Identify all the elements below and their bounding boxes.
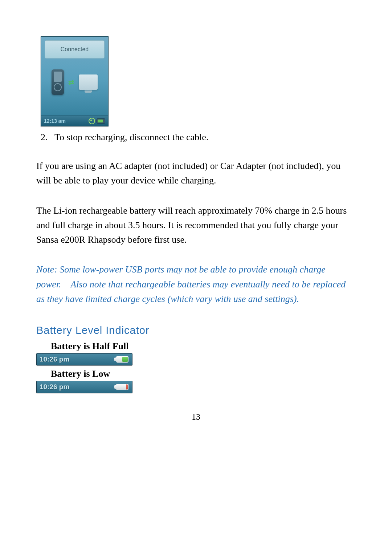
device-header-bar: Connected [45, 40, 105, 58]
list-number: 2. [41, 130, 54, 144]
document-page: Connected ⇄ 12:13 am 2. To stop rechargi… [0, 0, 392, 422]
status-bar-half: 10:26 pm [36, 353, 132, 366]
device-time: 12:13 am [44, 118, 66, 124]
status-time-low: 10:26 pm [40, 383, 69, 391]
sync-status-icon [89, 118, 95, 124]
status-bar-low: 10:26 pm [36, 381, 132, 393]
battery-indicator-heading: Battery Level Indicator [36, 324, 356, 336]
battery-charging-icon [97, 118, 105, 124]
paragraph-charging: The Li-ion rechargeable battery will rea… [36, 203, 356, 247]
monitor-icon [79, 74, 98, 90]
list-item-2: 2. To stop recharging, disconnect the ca… [41, 130, 356, 144]
page-number: 13 [36, 412, 356, 422]
battery-low-label: Battery is Low [51, 368, 356, 379]
paragraph-adapter: If you are using an AC adapter (not incl… [36, 159, 356, 188]
connected-device-screenshot: Connected ⇄ 12:13 am [41, 36, 109, 126]
list-text: To stop recharging, disconnect the cable… [54, 130, 208, 144]
sync-arrows-icon: ⇄ [68, 78, 74, 86]
status-time-half: 10:26 pm [40, 355, 69, 363]
mp3-player-icon [52, 69, 64, 95]
device-sync-graphic: ⇄ [41, 58, 108, 106]
note-paragraph: Note: Some low-power USB ports may not b… [36, 262, 356, 306]
device-status-icons [89, 118, 105, 124]
battery-half-label: Battery is Half Full [51, 341, 356, 352]
device-status-bar: 12:13 am [41, 116, 108, 126]
battery-low-icon [116, 384, 128, 390]
battery-half-icon [116, 356, 128, 363]
connected-label: Connected [61, 46, 89, 53]
